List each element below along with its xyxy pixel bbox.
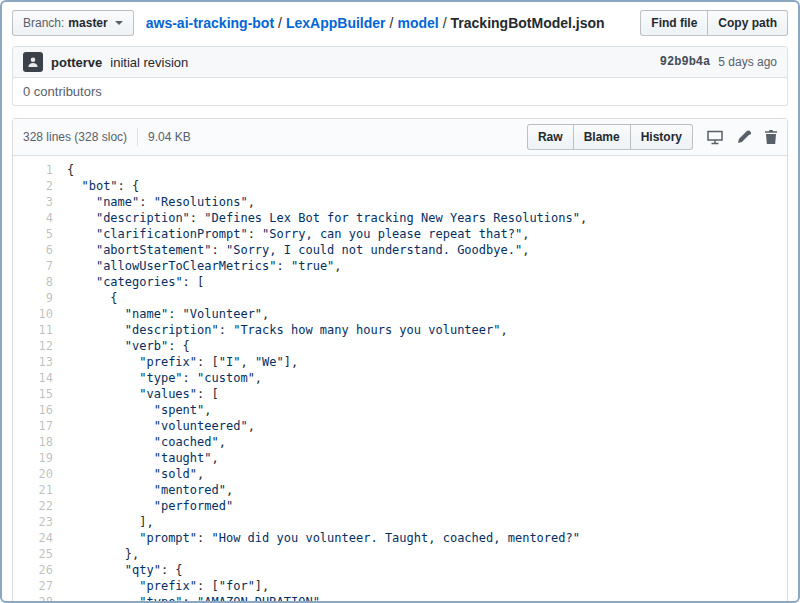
code-line: 23 ],: [13, 514, 787, 530]
file-info-divider: [137, 128, 138, 146]
blame-button[interactable]: Blame: [573, 124, 631, 150]
edit-pencil-icon[interactable]: [737, 130, 751, 144]
code-line: 21 "mentored",: [13, 482, 787, 498]
view-mode-buttons: Raw Blame History: [527, 124, 693, 150]
line-number[interactable]: 14: [13, 370, 67, 386]
line-content: "description": "Defines Lex Bot for trac…: [67, 210, 587, 226]
file-lines-info: 328 lines (328 sloc): [23, 130, 127, 144]
line-number[interactable]: 21: [13, 482, 67, 498]
line-number[interactable]: 26: [13, 562, 67, 578]
file-navigation-bar: Branch: master aws-ai-tracking-bot/LexAp…: [12, 10, 788, 36]
code-lines: 1 { 2 "bot": { 3 "name": "Resolutions", …: [13, 162, 787, 603]
raw-button[interactable]: Raw: [527, 124, 574, 150]
breadcrumb-separator: /: [390, 15, 394, 31]
branch-label: Branch:: [23, 15, 64, 31]
line-number[interactable]: 1: [13, 162, 67, 178]
github-file-page: Branch: master aws-ai-tracking-bot/LexAp…: [0, 0, 800, 603]
breadcrumb: aws-ai-tracking-bot/LexAppBuilder/model/…: [146, 15, 641, 31]
line-number[interactable]: 4: [13, 210, 67, 226]
code-line: 8 "categories": [: [13, 274, 787, 290]
line-number[interactable]: 22: [13, 498, 67, 514]
line-number[interactable]: 24: [13, 530, 67, 546]
code-view: 1 { 2 "bot": { 3 "name": "Resolutions", …: [13, 156, 787, 603]
contributors-label: 0 contributors: [23, 84, 102, 99]
code-line: 12 "verb": {: [13, 338, 787, 354]
line-content: "allowUserToClearMetrics": "true",: [67, 258, 342, 274]
line-number[interactable]: 12: [13, 338, 67, 354]
line-content: ],: [67, 514, 154, 530]
line-number[interactable]: 2: [13, 178, 67, 194]
file-actions: Raw Blame History: [527, 124, 777, 150]
current-file-name: TrackingBotModel.json: [451, 15, 605, 31]
line-number[interactable]: 23: [13, 514, 67, 530]
line-number[interactable]: 16: [13, 402, 67, 418]
line-number[interactable]: 7: [13, 258, 67, 274]
line-content: "spent",: [67, 402, 212, 418]
line-number[interactable]: 10: [13, 306, 67, 322]
code-line: 14 "type": "custom",: [13, 370, 787, 386]
line-content: "verb": {: [67, 338, 190, 354]
line-content: {: [67, 162, 74, 178]
commit-author-link[interactable]: potterve: [51, 55, 102, 70]
code-line: 28 "type": "AMAZON.DURATION",: [13, 594, 787, 603]
copy-path-button[interactable]: Copy path: [707, 10, 788, 36]
code-line: 16 "spent",: [13, 402, 787, 418]
line-content: "sold",: [67, 466, 204, 482]
code-line: 24 "prompt": "How did you volunteer. Tau…: [13, 530, 787, 546]
line-content: "bot": {: [67, 178, 139, 194]
line-number[interactable]: 3: [13, 194, 67, 210]
line-number[interactable]: 27: [13, 578, 67, 594]
commit-sha-link[interactable]: 92b9b4a: [660, 55, 710, 69]
line-content: "prompt": "How did you volunteer. Taught…: [67, 530, 580, 546]
commit-message-link[interactable]: initial revision: [110, 55, 188, 70]
line-content: },: [67, 546, 139, 562]
line-number[interactable]: 6: [13, 242, 67, 258]
breadcrumb-dir-link-1[interactable]: LexAppBuilder: [286, 15, 386, 31]
branch-selector-button[interactable]: Branch: master: [12, 10, 134, 36]
breadcrumb-dir-link-2[interactable]: model: [397, 15, 438, 31]
code-line: 18 "coached",: [13, 434, 787, 450]
line-number[interactable]: 19: [13, 450, 67, 466]
line-number[interactable]: 8: [13, 274, 67, 290]
code-line: 3 "name": "Resolutions",: [13, 194, 787, 210]
line-content: "mentored",: [67, 482, 233, 498]
line-number[interactable]: 5: [13, 226, 67, 242]
code-line: 25 },: [13, 546, 787, 562]
code-line: 4 "description": "Defines Lex Bot for tr…: [13, 210, 787, 226]
line-content: "volunteered",: [67, 418, 255, 434]
line-number[interactable]: 28: [13, 594, 67, 603]
find-file-button[interactable]: Find file: [640, 10, 708, 36]
chevron-down-icon: [115, 21, 123, 25]
code-line: 1 {: [13, 162, 787, 178]
code-line: 22 "performed": [13, 498, 787, 514]
line-content: "qty": {: [67, 562, 183, 578]
commit-date: 5 days ago: [718, 55, 777, 69]
file-header: 328 lines (328 sloc) 9.04 KB Raw Blame H…: [13, 119, 787, 156]
open-in-desktop-icon[interactable]: [707, 130, 723, 145]
history-button[interactable]: History: [630, 124, 693, 150]
line-number[interactable]: 25: [13, 546, 67, 562]
line-content: "type": "AMAZON.DURATION",: [67, 594, 327, 603]
line-number[interactable]: 13: [13, 354, 67, 370]
code-line: 10 "name": "Volunteer",: [13, 306, 787, 322]
commit-bar: potterve initial revision 92b9b4a 5 days…: [12, 46, 788, 78]
line-number[interactable]: 9: [13, 290, 67, 306]
breadcrumb-repo-link[interactable]: aws-ai-tracking-bot: [146, 15, 274, 31]
file-box: 328 lines (328 sloc) 9.04 KB Raw Blame H…: [12, 118, 788, 603]
contributors-bar[interactable]: 0 contributors: [12, 78, 788, 106]
avatar[interactable]: [23, 52, 43, 72]
code-line: 9 {: [13, 290, 787, 306]
line-number[interactable]: 17: [13, 418, 67, 434]
line-number[interactable]: 11: [13, 322, 67, 338]
line-content: "categories": [: [67, 274, 204, 290]
line-number[interactable]: 15: [13, 386, 67, 402]
breadcrumb-separator: /: [278, 15, 282, 31]
breadcrumb-separator: /: [443, 15, 447, 31]
code-line: 7 "allowUserToClearMetrics": "true",: [13, 258, 787, 274]
line-content: "prefix": ["for"],: [67, 578, 269, 594]
delete-trash-icon[interactable]: [765, 130, 777, 144]
line-number[interactable]: 20: [13, 466, 67, 482]
code-line: 20 "sold",: [13, 466, 787, 482]
code-line: 5 "clarificationPrompt": "Sorry, can you…: [13, 226, 787, 242]
line-number[interactable]: 18: [13, 434, 67, 450]
